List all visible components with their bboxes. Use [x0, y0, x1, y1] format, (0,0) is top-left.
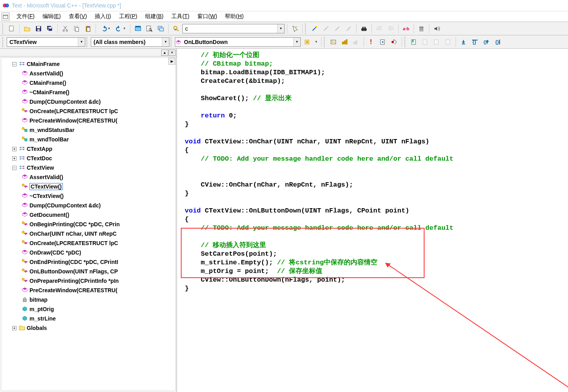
menu-window[interactable]: 窗口(W)	[193, 12, 221, 21]
tree-item[interactable]: OnLButtonDown(UINT nFlags, CP	[29, 268, 118, 275]
goto-drop-button[interactable]: ▼	[313, 37, 319, 47]
outdent-button[interactable]	[386, 24, 396, 34]
tree-item[interactable]: OnCreate(LPCREATESTRUCT lpC	[29, 108, 118, 114]
menu-view[interactable]: 查看(V)	[65, 12, 91, 21]
tree-item[interactable]: ~CTextView()	[29, 193, 64, 199]
copy-button[interactable]	[72, 24, 82, 34]
tree-item[interactable]: bitmap	[29, 297, 48, 303]
step-over-button[interactable]: {}	[470, 37, 480, 47]
save-button[interactable]	[33, 24, 44, 34]
replace-button[interactable]: a·b	[401, 24, 411, 34]
panel-close-button[interactable]: ✕	[169, 49, 176, 56]
grip-handle[interactable]	[2, 24, 4, 34]
binoculars-button[interactable]	[359, 24, 369, 34]
step-out-button[interactable]: {}	[481, 37, 491, 47]
tree-item-CTextApp[interactable]: CTextApp	[27, 146, 52, 152]
tree-expander[interactable]: +	[12, 147, 17, 151]
menu-build[interactable]: 组建(B)	[141, 12, 167, 21]
tree-item[interactable]: Dump(CDumpContext &dc)	[29, 99, 101, 105]
tree-item[interactable]: CMainFrame()	[29, 80, 66, 86]
tree-expander[interactable]: −	[12, 62, 17, 66]
sound-button[interactable]	[432, 24, 442, 34]
menu-help[interactable]: 帮助(H)	[221, 12, 247, 21]
tree-item[interactable]: PreCreateWindow(CREATESTRU(	[29, 287, 118, 293]
tree-item[interactable]: m_wndStatusBar	[29, 127, 74, 133]
indent-button[interactable]	[374, 24, 384, 34]
grip-handle[interactable]	[324, 37, 326, 47]
new-file-button[interactable]	[7, 24, 17, 34]
tree-item[interactable]: Dump(CDumpContext &dc)	[29, 202, 101, 209]
tree-item[interactable]: CTextView()	[29, 183, 63, 190]
member-combo[interactable]: OnLButtonDown ▼	[175, 37, 301, 47]
tree-expander[interactable]: +	[12, 326, 17, 330]
tree-expander[interactable]: +	[12, 156, 17, 161]
goto-button[interactable]	[302, 37, 312, 47]
tree-item[interactable]: m_wndToolBar	[29, 136, 69, 143]
tree-expander[interactable]: −	[12, 166, 17, 170]
menu-project[interactable]: 工程(P)	[115, 12, 142, 21]
panel-pin-button[interactable]: ▲	[161, 49, 168, 56]
drop-icon[interactable]: ▼	[78, 38, 85, 46]
tree-item[interactable]: ~CMainFrame()	[29, 89, 70, 95]
grip-handle[interactable]	[171, 37, 173, 47]
delete-button[interactable]	[416, 24, 426, 34]
grip-handle[interactable]	[86, 37, 88, 47]
bookmark-clear-button[interactable]	[443, 37, 453, 47]
search-combo[interactable]: c ▼	[182, 24, 285, 33]
bookmark-prev-button[interactable]	[432, 37, 442, 47]
tree-item-CTextDoc[interactable]: CTextDoc	[27, 155, 52, 161]
grip-handle[interactable]	[305, 24, 307, 34]
tree-item-CMainFrame[interactable]: CMainFrame	[27, 61, 60, 67]
go-button[interactable]	[378, 37, 388, 47]
tree-item[interactable]: m_strLine	[29, 315, 56, 322]
breakpoint-button[interactable]	[389, 37, 399, 47]
tree-item[interactable]: AssertValid()	[29, 174, 63, 180]
scroll-right-icon[interactable]: ▶	[168, 58, 175, 65]
class-tree[interactable]: ▶ −CMainFrameAssertValid()CMainFrame()~C…	[1, 57, 176, 391]
tree-item[interactable]: OnCreate(LPCREATESTRUCT lpC	[29, 240, 118, 246]
tree-item-Globals[interactable]: Globals	[27, 325, 47, 331]
window-icon[interactable]	[2, 13, 9, 20]
menu-edit[interactable]: 编辑(E)	[39, 12, 65, 21]
tree-item[interactable]: OnBeginPrinting(CDC *pDC, CPrin	[29, 221, 119, 227]
drop-icon[interactable]: ▼	[293, 38, 300, 46]
tree-item[interactable]: GetDocument()	[29, 212, 69, 218]
run-to-cursor-button[interactable]: {}	[493, 37, 503, 47]
cut-button[interactable]	[60, 24, 70, 34]
execute-button[interactable]: !	[366, 37, 377, 47]
filter-combo[interactable]: (All class members) ▼	[91, 37, 169, 47]
find-button[interactable]: A	[171, 24, 181, 34]
workspace-button[interactable]	[133, 24, 143, 34]
paste-button[interactable]	[83, 24, 93, 34]
tree-item-CTextView[interactable]: CTextView	[27, 165, 54, 171]
tree-item[interactable]: PreCreateWindow(CREATESTRU(	[29, 117, 118, 124]
window-list-button[interactable]	[156, 24, 166, 34]
step-into-button[interactable]	[458, 37, 469, 47]
menu-tools[interactable]: 工具(T)	[167, 12, 193, 21]
find-in-files-button[interactable]	[144, 24, 154, 34]
grip-handle[interactable]	[2, 37, 4, 47]
undo-button[interactable]: ▼	[98, 24, 112, 34]
tree-item[interactable]: OnChar(UINT nChar, UINT nRepC	[29, 231, 117, 237]
wand-2-button[interactable]	[321, 24, 331, 34]
tree-item[interactable]: AssertValid()	[29, 70, 63, 77]
drop-icon[interactable]: ▼	[162, 38, 169, 46]
tree-item[interactable]: OnDraw(CDC *pDC)	[29, 249, 81, 256]
tree-item[interactable]: m_ptOrig	[29, 306, 54, 312]
save-all-button[interactable]	[45, 24, 55, 34]
stop-build-button[interactable]	[351, 37, 361, 47]
tree-item[interactable]: OnEndPrinting(CDC *pDC, CPrintI	[29, 259, 118, 265]
help-button[interactable]: ?	[290, 24, 300, 34]
wand-button[interactable]	[309, 24, 320, 34]
search-input[interactable]: c	[183, 26, 277, 32]
code-editor[interactable]: // 初始化一个位图 // CBitmap bitmap; bitmap.Loa…	[177, 49, 568, 392]
compile-button[interactable]	[328, 37, 338, 47]
build-button[interactable]	[340, 37, 350, 47]
menu-insert[interactable]: 插入(I)	[91, 12, 115, 21]
open-button[interactable]	[22, 24, 32, 34]
menu-file[interactable]: 文件(F)	[13, 12, 39, 21]
bookmark-next-button[interactable]	[420, 37, 430, 47]
redo-button[interactable]: ▼	[114, 24, 128, 34]
class-combo[interactable]: CTextView ▼	[7, 37, 85, 47]
grip-handle[interactable]	[404, 37, 406, 47]
